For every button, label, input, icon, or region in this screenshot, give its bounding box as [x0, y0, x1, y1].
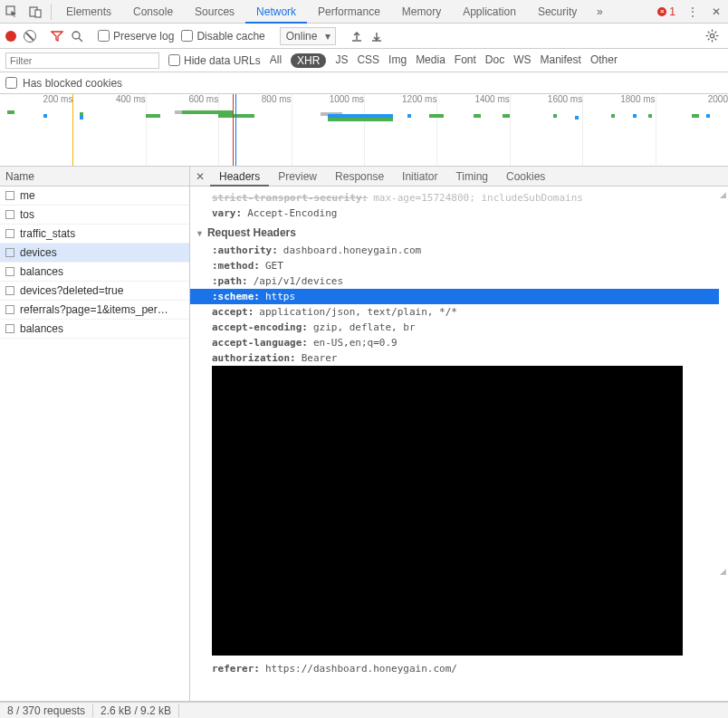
header-key: accept-encoding: [212, 321, 308, 333]
filter-type-ws[interactable]: WS [513, 53, 531, 68]
file-icon [5, 305, 14, 314]
upload-icon[interactable] [350, 30, 363, 43]
record-button[interactable] [5, 31, 16, 42]
header-row: strict-transport-security: max-age=15724… [190, 190, 719, 206]
filter-type-xhr[interactable]: XHR [291, 53, 326, 68]
timeline-tick: 2000 [708, 94, 728, 104]
filter-type-doc[interactable]: Doc [485, 53, 504, 68]
disable-cache-checkbox[interactable]: Disable cache [181, 30, 264, 43]
header-key: :path: [212, 275, 248, 287]
filter-type-manifest[interactable]: Manifest [541, 53, 581, 68]
download-icon[interactable] [370, 30, 383, 43]
settings-icon[interactable] [702, 29, 723, 43]
detail-tab-response[interactable]: Response [326, 167, 393, 187]
timeline-bar [7, 110, 14, 114]
request-row[interactable]: devices?deleted=true [0, 282, 189, 301]
filter-icon[interactable] [51, 30, 63, 43]
tab-console[interactable]: Console [122, 0, 184, 24]
tab-application[interactable]: Application [452, 0, 527, 24]
search-icon[interactable] [71, 30, 83, 43]
request-name: traffic_stats [20, 227, 75, 240]
headers-panel: strict-transport-security: max-age=15724… [190, 187, 728, 701]
request-row[interactable]: traffic_stats [0, 225, 189, 244]
blocked-cookies-checkbox[interactable] [5, 77, 17, 89]
timeline-bar [474, 114, 481, 118]
name-column-header[interactable]: Name [0, 167, 189, 187]
timeline-marker [72, 94, 73, 166]
filter-type-media[interactable]: Media [416, 53, 445, 68]
hide-data-urls-checkbox[interactable]: Hide data URLs [168, 54, 261, 67]
detail-tab-headers[interactable]: Headers [210, 167, 269, 187]
request-row[interactable]: tos [0, 206, 189, 225]
kebab-menu-icon[interactable]: ⋮ [681, 0, 704, 24]
tab-network[interactable]: Network [245, 0, 307, 24]
header-row[interactable]: accept-language:en-US,en;q=0.9 [190, 335, 719, 350]
request-row[interactable]: referrals?page=1&items_per… [0, 301, 189, 320]
tab-performance[interactable]: Performance [307, 0, 391, 24]
tab-security[interactable]: Security [527, 0, 588, 24]
detail-tab-preview[interactable]: Preview [269, 167, 326, 187]
inspect-element-icon[interactable] [0, 0, 24, 24]
filter-input[interactable] [5, 53, 159, 69]
tab-memory[interactable]: Memory [391, 0, 452, 24]
timeline-bar [328, 118, 393, 121]
detail-tab-initiator[interactable]: Initiator [393, 167, 446, 187]
timeline-bar [692, 114, 699, 118]
close-icon[interactable]: ✕ [704, 0, 728, 24]
tab-elements[interactable]: Elements [55, 0, 122, 24]
header-row[interactable]: authorization:Bearer [190, 350, 719, 366]
svg-line-13 [715, 32, 717, 34]
header-row: referer:https://dashboard.honeygain.com/ [190, 661, 719, 676]
close-details-icon[interactable]: ✕ [190, 170, 210, 183]
header-row[interactable]: accept-encoding:gzip, deflate, br [190, 320, 719, 335]
filter-type-all[interactable]: All [270, 53, 282, 68]
timeline-bar [43, 114, 47, 118]
throttle-select[interactable]: Online [280, 27, 337, 45]
device-toolbar-icon[interactable] [24, 0, 47, 24]
filter-type-font[interactable]: Font [455, 53, 476, 68]
clear-button[interactable] [24, 30, 36, 43]
resize-handle-icon[interactable]: ◢ [720, 567, 726, 576]
timeline-tick: 1600 ms [548, 94, 582, 104]
timeline-bar [611, 114, 615, 118]
preserve-log-checkbox[interactable]: Preserve log [98, 30, 174, 43]
request-row[interactable]: balances [0, 263, 189, 282]
request-headers-section[interactable]: Request Headers [190, 221, 719, 243]
request-name: me [20, 189, 35, 202]
header-row[interactable]: :method:GET [190, 258, 719, 273]
header-value: https [265, 291, 295, 302]
timeline-tick: 400 ms [116, 94, 146, 104]
header-row[interactable]: accept:application/json, text/plain, */* [190, 304, 719, 320]
status-requests: 8 / 370 requests [0, 704, 93, 717]
request-name: referrals?page=1&items_per… [20, 303, 168, 316]
resize-handle-icon[interactable]: ◢ [720, 190, 726, 199]
header-row[interactable]: :path:/api/v1/devices [190, 273, 719, 289]
timeline-bar [146, 114, 160, 118]
timeline-bar [633, 114, 637, 118]
header-value: gzip, deflate, br [313, 321, 416, 333]
more-tabs-icon[interactable]: » [588, 0, 611, 24]
filter-type-other[interactable]: Other [590, 53, 618, 68]
header-key: authorization: [212, 352, 296, 364]
tab-sources[interactable]: Sources [184, 0, 245, 24]
network-timeline[interactable]: 200 ms400 ms600 ms800 ms1000 ms1200 ms14… [0, 94, 728, 167]
request-row[interactable]: me [0, 187, 189, 206]
request-name: devices [20, 246, 57, 259]
timeline-bar [648, 114, 652, 118]
request-name: tos [20, 208, 34, 221]
detail-tab-timing[interactable]: Timing [446, 167, 497, 187]
header-value: application/json, text/plain, */* [259, 306, 457, 318]
header-row[interactable]: :scheme:https [190, 289, 719, 304]
timeline-bar [553, 114, 557, 118]
filter-type-css[interactable]: CSS [357, 53, 379, 68]
error-badge[interactable]: × 1 [652, 5, 681, 18]
header-row[interactable]: :authority:dashboard.honeygain.com [190, 243, 719, 258]
request-row[interactable]: devices [0, 244, 189, 263]
detail-tab-cookies[interactable]: Cookies [497, 167, 554, 187]
filter-type-js[interactable]: JS [335, 53, 348, 68]
svg-line-4 [79, 38, 82, 42]
request-row[interactable]: balances [0, 320, 189, 339]
filter-type-img[interactable]: Img [388, 53, 407, 68]
header-key: :scheme: [212, 291, 260, 302]
timeline-tick: 1400 ms [474, 94, 509, 104]
